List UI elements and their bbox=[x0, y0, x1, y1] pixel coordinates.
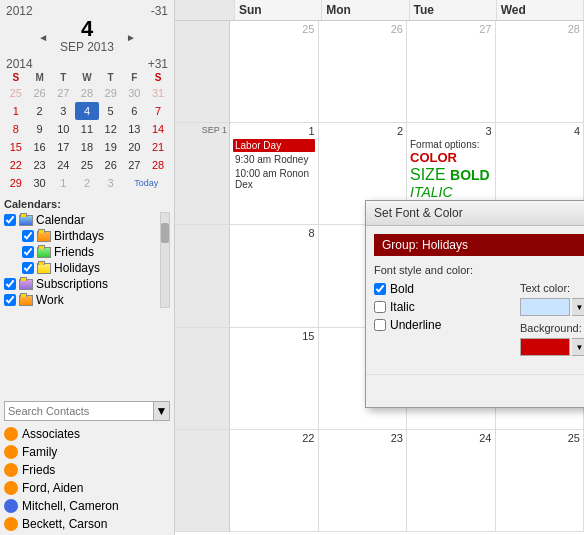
cal-cell-1[interactable]: 1 Labor Day 9:30 am Rodney 10:00 am Rono… bbox=[230, 123, 319, 225]
mini-cal-day[interactable]: 22 bbox=[4, 156, 28, 174]
mini-cal-day[interactable]: 27 bbox=[123, 156, 147, 174]
cal-scrollbar[interactable] bbox=[160, 212, 170, 308]
mini-cal-day[interactable]: 20 bbox=[123, 138, 147, 156]
cal-cell-28[interactable]: 28 bbox=[496, 21, 585, 123]
cal-cell-25b[interactable]: 25 bbox=[496, 430, 585, 532]
mini-cal-day[interactable]: 1 bbox=[4, 102, 28, 120]
contact-item-associates[interactable]: Associates bbox=[4, 425, 170, 443]
mini-cal-day[interactable]: 28 bbox=[75, 84, 99, 102]
cal-cell-23[interactable]: 23 bbox=[319, 430, 408, 532]
contact-item-ford[interactable]: Ford, Aiden bbox=[4, 479, 170, 497]
mini-cal-day[interactable]: 16 bbox=[28, 138, 52, 156]
mini-cal-day[interactable]: 3 bbox=[51, 102, 75, 120]
mini-cal-day[interactable]: 12 bbox=[99, 120, 123, 138]
calendars-label: Calendars: bbox=[4, 198, 170, 210]
mini-cal-day[interactable]: 31 bbox=[146, 84, 170, 102]
cal-item-calendar[interactable]: Calendar bbox=[4, 212, 160, 228]
mini-cal-day[interactable]: 7 bbox=[146, 102, 170, 120]
day-header-s: S bbox=[4, 71, 28, 84]
cal-cell-27[interactable]: 27 bbox=[407, 21, 496, 123]
mini-cal-day[interactable]: 25 bbox=[4, 84, 28, 102]
cal-checkbox-friends[interactable] bbox=[22, 246, 34, 258]
mini-cal-day[interactable]: 2 bbox=[28, 102, 52, 120]
cal-cell-8[interactable]: 8 bbox=[230, 225, 319, 327]
cal-icon-holidays bbox=[37, 263, 51, 274]
mini-cal-day[interactable]: 26 bbox=[99, 156, 123, 174]
mini-cal-day[interactable]: Today bbox=[123, 174, 170, 192]
mini-cal-day[interactable]: 1 bbox=[51, 174, 75, 192]
contact-item-beckett[interactable]: Beckett, Carson bbox=[4, 515, 170, 533]
mini-cal-day[interactable]: 3 bbox=[99, 174, 123, 192]
cal-cell-25[interactable]: 25 bbox=[230, 21, 319, 123]
mini-cal-day[interactable]: 6 bbox=[123, 102, 147, 120]
cal-cell-22[interactable]: 22 bbox=[230, 430, 319, 532]
cal-cell-15[interactable]: 15 bbox=[230, 328, 319, 430]
bg-label: Background: bbox=[520, 322, 584, 334]
contact-label-frieds: Frieds bbox=[22, 463, 55, 477]
mini-cal-day[interactable]: 24 bbox=[51, 156, 75, 174]
mini-cal-day[interactable]: 28 bbox=[146, 156, 170, 174]
contact-item-mitchell[interactable]: Mitchell, Cameron bbox=[4, 497, 170, 515]
mini-cal-day[interactable]: 27 bbox=[51, 84, 75, 102]
mini-cal-day[interactable]: 13 bbox=[123, 120, 147, 138]
text-color-swatch[interactable] bbox=[520, 298, 570, 316]
bg-color-swatch[interactable] bbox=[520, 338, 570, 356]
cal-checkbox-holidays[interactable] bbox=[22, 262, 34, 274]
cal-cell-26[interactable]: 26 bbox=[319, 21, 408, 123]
mini-cal-day[interactable]: 2 bbox=[75, 174, 99, 192]
cal-label-work: Work bbox=[36, 293, 64, 307]
mini-cal-day[interactable]: 19 bbox=[99, 138, 123, 156]
cal-checkbox-subscriptions[interactable] bbox=[4, 278, 16, 290]
format-color: COLOR bbox=[410, 150, 492, 165]
mini-cal-day[interactable]: 29 bbox=[4, 174, 28, 192]
search-contacts-dropdown-btn[interactable]: ▼ bbox=[153, 402, 169, 420]
text-color-picker-row: ▼ bbox=[520, 298, 584, 316]
mini-cal-day[interactable]: 21 bbox=[146, 138, 170, 156]
day-header-t2: T bbox=[99, 71, 123, 84]
contact-icon-associates bbox=[4, 427, 18, 441]
cal-checkbox-calendar[interactable] bbox=[4, 214, 16, 226]
day-header-f: F bbox=[123, 71, 147, 84]
cal-scrollbar-thumb[interactable] bbox=[161, 223, 169, 243]
italic-checkbox[interactable] bbox=[374, 301, 386, 313]
mini-cal-day[interactable]: 14 bbox=[146, 120, 170, 138]
cal-item-work[interactable]: Work bbox=[4, 292, 160, 308]
contact-label-family: Family bbox=[22, 445, 57, 459]
cal-item-birthdays[interactable]: Birthdays bbox=[4, 228, 160, 244]
mini-cal-day[interactable]: 9 bbox=[28, 120, 52, 138]
cal-checkbox-birthdays[interactable] bbox=[22, 230, 34, 242]
cal-cell-24[interactable]: 24 bbox=[407, 430, 496, 532]
mini-cal-day[interactable]: 18 bbox=[75, 138, 99, 156]
mini-cal-day[interactable]: 17 bbox=[51, 138, 75, 156]
prev-month-btn[interactable]: ◄ bbox=[36, 32, 50, 43]
mini-cal-day[interactable]: 8 bbox=[4, 120, 28, 138]
mini-cal-day[interactable]: 15 bbox=[4, 138, 28, 156]
contact-item-frieds[interactable]: Frieds bbox=[4, 461, 170, 479]
year-2014-change: +31 bbox=[148, 57, 168, 71]
mini-cal-day[interactable]: 30 bbox=[123, 84, 147, 102]
cal-scroll-area: Calendar Birthdays Friends bbox=[4, 212, 170, 308]
format-size-bold-italic: SIZE BOLD ITALIC bbox=[410, 165, 492, 201]
underline-checkbox[interactable] bbox=[374, 319, 386, 331]
mini-cal-day[interactable]: 5 bbox=[99, 102, 123, 120]
bold-checkbox[interactable] bbox=[374, 283, 386, 295]
mini-cal-day[interactable]: 11 bbox=[75, 120, 99, 138]
contact-item-family[interactable]: Family bbox=[4, 443, 170, 461]
mini-cal-day[interactable]: 10 bbox=[51, 120, 75, 138]
modal-color-pickers: Text color: ▼ Background: ▼ bbox=[520, 282, 584, 362]
text-color-dropdown-btn[interactable]: ▼ bbox=[572, 298, 584, 316]
mini-cal-day[interactable]: 30 bbox=[28, 174, 52, 192]
next-month-btn[interactable]: ► bbox=[124, 32, 138, 43]
bg-color-dropdown-btn[interactable]: ▼ bbox=[572, 338, 584, 356]
cal-item-holidays[interactable]: Holidays bbox=[4, 260, 160, 276]
search-contacts-input[interactable] bbox=[5, 405, 153, 417]
search-contacts-bar: ▼ bbox=[4, 401, 170, 421]
mini-cal-day[interactable]: 4 bbox=[75, 102, 99, 120]
cal-item-friends[interactable]: Friends bbox=[4, 244, 160, 260]
cal-item-subscriptions[interactable]: Subscriptions bbox=[4, 276, 160, 292]
mini-cal-day[interactable]: 26 bbox=[28, 84, 52, 102]
mini-cal-day[interactable]: 23 bbox=[28, 156, 52, 174]
cal-checkbox-work[interactable] bbox=[4, 294, 16, 306]
mini-cal-day[interactable]: 25 bbox=[75, 156, 99, 174]
mini-cal-day[interactable]: 29 bbox=[99, 84, 123, 102]
